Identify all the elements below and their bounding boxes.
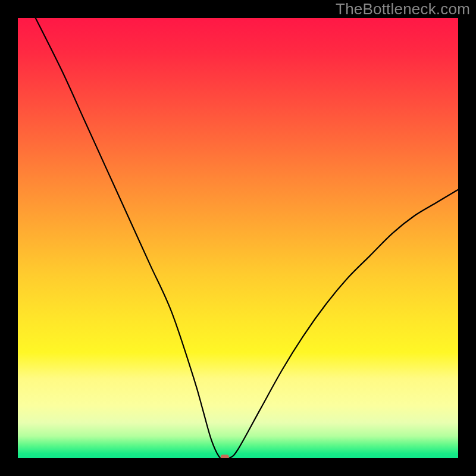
bottleneck-curve	[36, 18, 458, 458]
plot-area	[18, 18, 458, 458]
chart-svg	[18, 18, 458, 458]
chart-frame: TheBottleneck.com	[0, 0, 476, 476]
watermark-text: TheBottleneck.com	[336, 0, 470, 18]
current-config-marker	[221, 455, 229, 458]
